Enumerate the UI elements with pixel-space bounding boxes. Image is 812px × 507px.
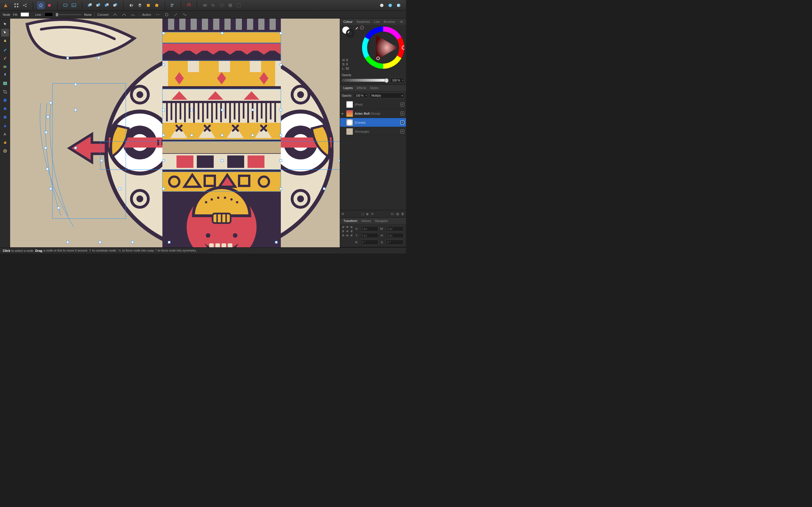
fill-swatch[interactable] [20, 12, 29, 17]
action-close-icon[interactable] [163, 12, 170, 17]
rotate-cw-icon[interactable] [153, 1, 161, 9]
crop-tool-icon[interactable] [1, 88, 9, 96]
colour-panel-menu-icon[interactable]: ≡ [399, 18, 404, 25]
line-width-slider[interactable] [56, 14, 81, 15]
persona-vector-icon[interactable] [37, 1, 45, 9]
tab-navigator[interactable]: Navigator [373, 218, 390, 223]
triangle-tool-icon[interactable] [1, 122, 9, 129]
transform-w-field[interactable]: 0 px [386, 226, 404, 231]
pen-tool-icon[interactable] [1, 37, 9, 45]
boolean-intersect-icon[interactable] [218, 1, 226, 9]
svg-point-32 [380, 4, 384, 7]
anchor-grid-icon[interactable] [342, 226, 352, 236]
retina-1x-icon[interactable] [61, 1, 69, 9]
layers-group-icon[interactable]: ⧉ [342, 212, 344, 216]
action-break-icon[interactable] [154, 12, 161, 17]
view-mode-2-icon[interactable] [386, 1, 394, 9]
arrange-front-icon[interactable] [86, 1, 94, 9]
transparency-tool-icon[interactable] [1, 71, 9, 79]
pan-tool-icon[interactable] [1, 138, 9, 147]
document-canvas[interactable] [10, 18, 340, 247]
eyedropper-icon[interactable] [355, 25, 359, 30]
view-mode-1-icon[interactable] [378, 1, 386, 9]
action-reverse-icon[interactable] [182, 12, 188, 17]
node-tool-icon[interactable] [1, 29, 9, 37]
persona-pixel-icon[interactable] [45, 1, 53, 9]
arrange-backward-icon[interactable] [103, 1, 111, 9]
folder-icon[interactable]: 🗀 [391, 212, 394, 216]
svg-point-34 [165, 13, 168, 16]
layer-row[interactable]: ▶ Aztec Bull (Group) ✓ [340, 109, 406, 118]
boolean-subtract-icon[interactable] [209, 1, 217, 9]
boolean-divide-icon[interactable] [235, 1, 243, 9]
tab-styles[interactable]: Styles [368, 86, 380, 91]
rotate-ccw-icon[interactable] [144, 1, 152, 9]
tab-swatches[interactable]: Swatches [355, 19, 371, 24]
svg-rect-70 [191, 18, 197, 30]
tab-layers[interactable]: Layers [342, 86, 354, 91]
adjustment-icon[interactable]: ◐ [366, 212, 369, 216]
brush-tool-icon[interactable] [1, 54, 9, 62]
mask-icon[interactable]: ▢ [361, 212, 364, 216]
convert-smooth-icon[interactable] [121, 12, 127, 17]
boolean-add-icon[interactable] [201, 1, 209, 9]
convert-sharp-icon[interactable] [112, 12, 118, 17]
tab-history[interactable]: History [360, 218, 373, 223]
line-swatch[interactable] [45, 12, 53, 17]
svg-rect-199 [347, 226, 348, 228]
transform-s-field[interactable]: 0 ° [386, 240, 404, 245]
app-logo-icon[interactable] [2, 1, 10, 9]
opacity-field[interactable]: 100 % [390, 78, 404, 83]
rectangle-tool-icon[interactable] [1, 96, 9, 104]
layer-row[interactable]: (Rectangle) ✓ [340, 127, 406, 136]
flip-vertical-icon[interactable] [136, 1, 144, 9]
tab-line[interactable]: Line [372, 19, 382, 24]
arrange-back-icon[interactable] [111, 1, 119, 9]
layer-visibility-checkbox[interactable]: ✓ [400, 129, 404, 133]
disclosure-icon[interactable]: ▶ [342, 112, 345, 115]
text-tool-icon[interactable]: A [1, 130, 9, 138]
transform-x-field[interactable]: 0 px [360, 226, 378, 231]
layer-row[interactable]: (Pixel) ✓ [340, 100, 406, 109]
arrange-forward-icon[interactable] [94, 1, 102, 9]
add-layer-icon[interactable]: ▤ [396, 212, 399, 216]
svg-rect-143 [50, 102, 52, 104]
fill-stroke-selector-icon[interactable] [342, 26, 355, 38]
fill-tool-icon[interactable] [1, 62, 9, 70]
svg-rect-36 [3, 82, 7, 85]
snapping-icon[interactable] [185, 1, 193, 9]
layer-opacity-field[interactable]: 100 % [354, 93, 368, 98]
ellipse-tool-icon[interactable] [1, 105, 9, 113]
layer-visibility-checkbox[interactable]: ✓ [400, 121, 404, 124]
place-tool-icon[interactable] [1, 79, 9, 87]
blend-mode-select[interactable]: Multiply [370, 93, 404, 98]
tab-brushes[interactable]: Brushes [382, 19, 397, 24]
move-tool-icon[interactable] [1, 20, 9, 28]
trash-icon[interactable]: 🗑 [401, 212, 404, 216]
opacity-slider[interactable] [342, 79, 389, 82]
transform-h-field[interactable]: 0 px [386, 233, 404, 238]
layer-visibility-checkbox[interactable]: ✓ [400, 112, 404, 115]
grid-layout-icon[interactable] [12, 1, 20, 9]
align-left-icon[interactable] [169, 1, 177, 9]
layer-visibility-checkbox[interactable]: ✓ [400, 103, 404, 107]
flip-horizontal-icon[interactable] [128, 1, 135, 9]
layer-row[interactable]: (Curves) ✓ [340, 118, 406, 127]
tab-transform[interactable]: Transform [342, 218, 359, 223]
svg-rect-172 [221, 159, 223, 162]
action-join-icon[interactable] [172, 12, 179, 17]
transform-y-field[interactable]: 0 px [360, 233, 378, 238]
zoom-tool-icon[interactable] [1, 147, 9, 155]
share-icon[interactable] [21, 1, 29, 9]
transform-r-field[interactable]: 0 ° [360, 240, 378, 245]
pencil-tool-icon[interactable] [1, 46, 9, 54]
view-mode-3-icon[interactable] [395, 1, 403, 9]
fx-icon[interactable]: fx [371, 212, 374, 216]
retina-2x-icon[interactable]: 2x [70, 1, 78, 9]
tab-colour[interactable]: Colour [342, 19, 354, 24]
boolean-xor-icon[interactable] [226, 1, 234, 9]
rounded-rect-tool-icon[interactable] [1, 113, 9, 121]
tab-effects[interactable]: Effects [355, 86, 368, 91]
convert-smart-icon[interactable] [130, 12, 136, 17]
colour-wheel[interactable] [362, 26, 404, 69]
